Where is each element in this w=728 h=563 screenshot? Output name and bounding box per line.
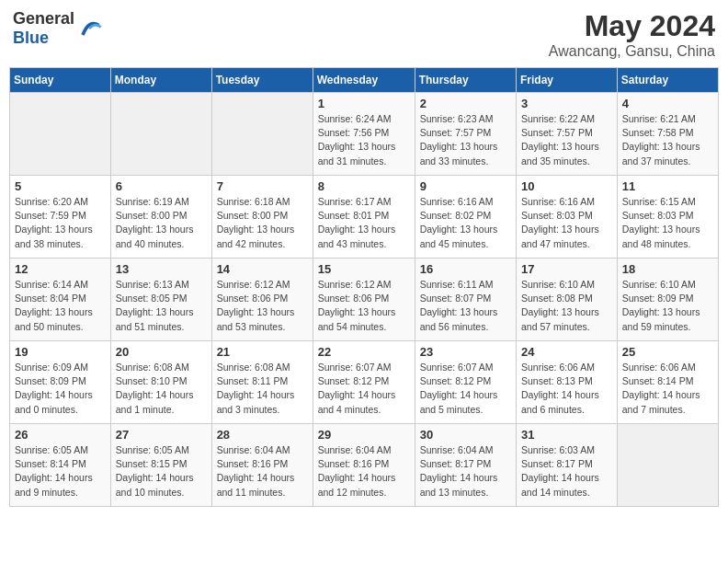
calendar-day-cell xyxy=(10,93,111,176)
calendar-week-row: 19Sunrise: 6:09 AMSunset: 8:09 PMDayligh… xyxy=(10,341,719,424)
calendar-week-row: 5Sunrise: 6:20 AMSunset: 7:59 PMDaylight… xyxy=(10,176,719,259)
calendar-day-cell: 22Sunrise: 6:07 AMSunset: 8:12 PMDayligh… xyxy=(313,341,415,424)
calendar-week-row: 1Sunrise: 6:24 AMSunset: 7:56 PMDaylight… xyxy=(10,93,719,176)
calendar-day-cell xyxy=(211,93,313,176)
calendar-day-cell: 18Sunrise: 6:10 AMSunset: 8:09 PMDayligh… xyxy=(617,259,718,341)
calendar-day-cell: 10Sunrise: 6:16 AMSunset: 8:03 PMDayligh… xyxy=(517,176,618,259)
calendar-day-cell xyxy=(617,424,718,507)
day-number: 17 xyxy=(521,262,612,276)
weekday-header: Friday xyxy=(517,68,618,93)
day-info: Sunrise: 6:19 AMSunset: 8:00 PMDaylight:… xyxy=(116,195,207,251)
calendar-week-row: 12Sunrise: 6:14 AMSunset: 8:04 PMDayligh… xyxy=(10,259,719,341)
day-number: 7 xyxy=(217,179,308,193)
day-info: Sunrise: 6:04 AMSunset: 8:16 PMDaylight:… xyxy=(217,443,308,500)
day-info: Sunrise: 6:12 AMSunset: 8:06 PMDaylight:… xyxy=(217,278,308,334)
day-number: 16 xyxy=(420,262,511,276)
day-info: Sunrise: 6:11 AMSunset: 8:07 PMDaylight:… xyxy=(420,278,511,334)
day-info: Sunrise: 6:21 AMSunset: 7:58 PMDaylight:… xyxy=(622,112,713,168)
day-number: 25 xyxy=(622,345,713,359)
weekday-header: Thursday xyxy=(415,68,516,93)
day-number: 18 xyxy=(622,262,713,276)
day-number: 23 xyxy=(420,345,511,359)
day-info: Sunrise: 6:13 AMSunset: 8:05 PMDaylight:… xyxy=(116,278,207,334)
weekday-header: Sunday xyxy=(10,68,111,93)
calendar-day-cell xyxy=(110,93,211,176)
day-info: Sunrise: 6:09 AMSunset: 8:09 PMDaylight:… xyxy=(15,361,106,417)
calendar-day-cell: 28Sunrise: 6:04 AMSunset: 8:16 PMDayligh… xyxy=(211,424,313,507)
day-info: Sunrise: 6:03 AMSunset: 8:17 PMDaylight:… xyxy=(521,443,612,500)
day-info: Sunrise: 6:07 AMSunset: 8:12 PMDaylight:… xyxy=(420,361,511,417)
day-number: 29 xyxy=(318,428,410,442)
calendar-day-cell: 5Sunrise: 6:20 AMSunset: 7:59 PMDaylight… xyxy=(10,176,111,259)
day-number: 24 xyxy=(521,345,612,359)
day-number: 14 xyxy=(217,262,308,276)
day-info: Sunrise: 6:17 AMSunset: 8:01 PMDaylight:… xyxy=(318,195,410,251)
day-number: 10 xyxy=(521,179,612,193)
calendar-day-cell: 7Sunrise: 6:18 AMSunset: 8:00 PMDaylight… xyxy=(211,176,313,259)
day-number: 21 xyxy=(217,345,308,359)
day-info: Sunrise: 6:07 AMSunset: 8:12 PMDaylight:… xyxy=(318,361,410,417)
day-info: Sunrise: 6:06 AMSunset: 8:14 PMDaylight:… xyxy=(622,361,713,417)
day-number: 9 xyxy=(420,179,511,193)
day-number: 8 xyxy=(318,179,410,193)
day-info: Sunrise: 6:05 AMSunset: 8:14 PMDaylight:… xyxy=(15,443,106,500)
calendar-day-cell: 15Sunrise: 6:12 AMSunset: 8:06 PMDayligh… xyxy=(313,259,415,341)
day-number: 15 xyxy=(318,262,410,276)
title-block: May 2024 Awancang, Gansu, China xyxy=(549,9,715,60)
day-number: 28 xyxy=(217,428,308,442)
calendar-day-cell: 31Sunrise: 6:03 AMSunset: 8:17 PMDayligh… xyxy=(517,424,618,507)
calendar-header-row: SundayMondayTuesdayWednesdayThursdayFrid… xyxy=(10,68,719,93)
day-number: 6 xyxy=(116,179,207,193)
calendar-day-cell: 6Sunrise: 6:19 AMSunset: 8:00 PMDaylight… xyxy=(110,176,211,259)
day-info: Sunrise: 6:04 AMSunset: 8:16 PMDaylight:… xyxy=(318,443,410,500)
calendar-day-cell: 23Sunrise: 6:07 AMSunset: 8:12 PMDayligh… xyxy=(415,341,516,424)
weekday-header: Wednesday xyxy=(313,68,415,93)
calendar-day-cell: 9Sunrise: 6:16 AMSunset: 8:02 PMDaylight… xyxy=(415,176,516,259)
calendar-day-cell: 1Sunrise: 6:24 AMSunset: 7:56 PMDaylight… xyxy=(313,93,415,176)
calendar-day-cell: 27Sunrise: 6:05 AMSunset: 8:15 PMDayligh… xyxy=(110,424,211,507)
calendar-day-cell: 11Sunrise: 6:15 AMSunset: 8:03 PMDayligh… xyxy=(617,176,718,259)
day-info: Sunrise: 6:10 AMSunset: 8:09 PMDaylight:… xyxy=(622,278,713,334)
calendar-day-cell: 14Sunrise: 6:12 AMSunset: 8:06 PMDayligh… xyxy=(211,259,313,341)
day-info: Sunrise: 6:16 AMSunset: 8:03 PMDaylight:… xyxy=(521,195,612,251)
calendar-day-cell: 12Sunrise: 6:14 AMSunset: 8:04 PMDayligh… xyxy=(10,259,111,341)
calendar-day-cell: 29Sunrise: 6:04 AMSunset: 8:16 PMDayligh… xyxy=(313,424,415,507)
day-info: Sunrise: 6:23 AMSunset: 7:57 PMDaylight:… xyxy=(420,112,511,168)
calendar-day-cell: 13Sunrise: 6:13 AMSunset: 8:05 PMDayligh… xyxy=(110,259,211,341)
day-number: 4 xyxy=(622,97,713,110)
calendar-day-cell: 8Sunrise: 6:17 AMSunset: 8:01 PMDaylight… xyxy=(313,176,415,259)
calendar-day-cell: 17Sunrise: 6:10 AMSunset: 8:08 PMDayligh… xyxy=(517,259,618,341)
calendar-week-row: 26Sunrise: 6:05 AMSunset: 8:14 PMDayligh… xyxy=(10,424,719,507)
weekday-header: Tuesday xyxy=(211,68,313,93)
day-info: Sunrise: 6:14 AMSunset: 8:04 PMDaylight:… xyxy=(15,278,106,334)
day-info: Sunrise: 6:16 AMSunset: 8:02 PMDaylight:… xyxy=(420,195,511,251)
calendar-day-cell: 20Sunrise: 6:08 AMSunset: 8:10 PMDayligh… xyxy=(110,341,211,424)
day-number: 11 xyxy=(622,179,713,193)
day-info: Sunrise: 6:12 AMSunset: 8:06 PMDaylight:… xyxy=(318,278,410,334)
calendar-day-cell: 3Sunrise: 6:22 AMSunset: 7:57 PMDaylight… xyxy=(517,93,618,176)
day-info: Sunrise: 6:15 AMSunset: 8:03 PMDaylight:… xyxy=(622,195,713,251)
calendar-day-cell: 25Sunrise: 6:06 AMSunset: 8:14 PMDayligh… xyxy=(617,341,718,424)
calendar-day-cell: 21Sunrise: 6:08 AMSunset: 8:11 PMDayligh… xyxy=(211,341,313,424)
calendar-day-cell: 26Sunrise: 6:05 AMSunset: 8:14 PMDayligh… xyxy=(10,424,111,507)
logo-text-blue: Blue xyxy=(13,29,49,47)
day-info: Sunrise: 6:20 AMSunset: 7:59 PMDaylight:… xyxy=(15,195,106,251)
day-info: Sunrise: 6:22 AMSunset: 7:57 PMDaylight:… xyxy=(521,112,612,168)
day-number: 30 xyxy=(420,428,511,442)
day-number: 19 xyxy=(15,345,106,359)
day-number: 26 xyxy=(15,428,106,442)
calendar-table: SundayMondayTuesdayWednesdayThursdayFrid… xyxy=(9,67,719,507)
day-number: 12 xyxy=(15,262,106,276)
day-number: 20 xyxy=(116,345,207,359)
logo-icon xyxy=(76,16,102,41)
logo: General Blue xyxy=(13,9,102,48)
day-number: 31 xyxy=(521,428,612,442)
day-number: 5 xyxy=(15,179,106,193)
calendar-day-cell: 30Sunrise: 6:04 AMSunset: 8:17 PMDayligh… xyxy=(415,424,516,507)
calendar-day-cell: 4Sunrise: 6:21 AMSunset: 7:58 PMDaylight… xyxy=(617,93,718,176)
calendar-subtitle: Awancang, Gansu, China xyxy=(549,43,715,60)
day-number: 27 xyxy=(116,428,207,442)
weekday-header: Monday xyxy=(110,68,211,93)
calendar-day-cell: 2Sunrise: 6:23 AMSunset: 7:57 PMDaylight… xyxy=(415,93,516,176)
weekday-header: Saturday xyxy=(617,68,718,93)
